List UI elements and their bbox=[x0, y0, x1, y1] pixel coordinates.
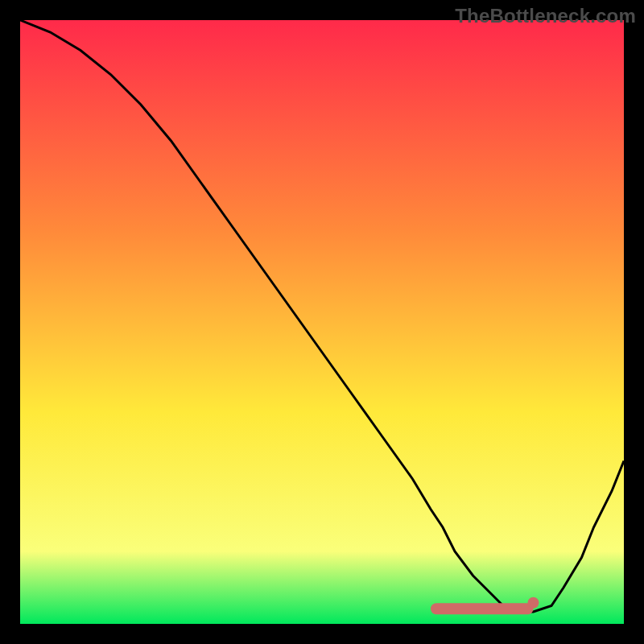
optimal-range-band bbox=[431, 603, 534, 614]
chart-container: TheBottleneck.com bbox=[0, 0, 644, 644]
plot-area bbox=[20, 20, 624, 624]
gradient-background bbox=[20, 20, 624, 624]
optimal-point-dot bbox=[528, 597, 539, 609]
watermark-text: TheBottleneck.com bbox=[455, 5, 636, 27]
chart-svg bbox=[20, 20, 624, 624]
